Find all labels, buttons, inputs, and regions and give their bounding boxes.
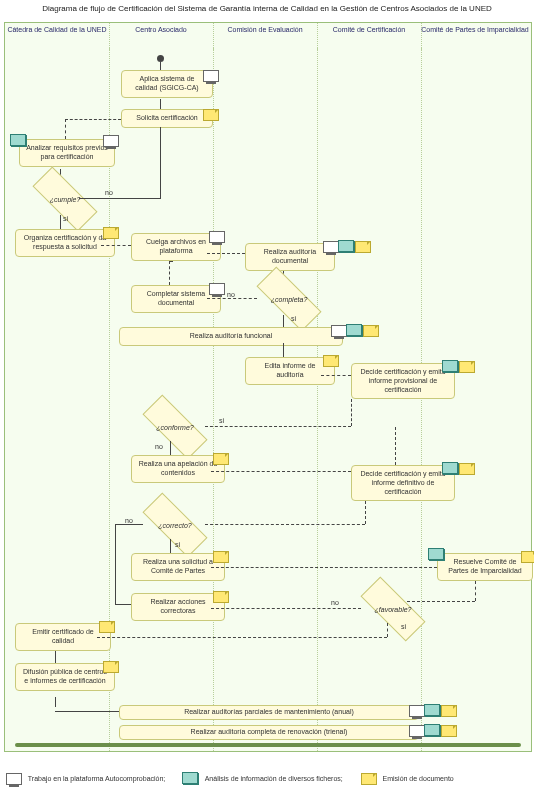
activity-edita: Edita informe de auditoría	[245, 357, 335, 385]
activity-solicita: Solicita certificación	[121, 109, 213, 128]
lane-header-catedra: Cátedra de Calidad de la UNED	[5, 23, 110, 50]
label-no: no	[125, 517, 133, 524]
legend: Trabajo en la plataforma Autocomprobació…	[6, 773, 528, 785]
document-icon	[323, 355, 339, 367]
diagram-title: Diagrama de flujo de Certificación del S…	[0, 4, 534, 13]
activity-aud-trienal: Realizar auditoría completa de renovació…	[119, 725, 419, 740]
document-icon	[441, 725, 457, 737]
computer-icon	[409, 705, 425, 717]
document-icon	[213, 551, 229, 563]
legend-doc: Emisión de documento	[383, 775, 454, 782]
decision-completa: ¿completa?	[256, 266, 321, 331]
activity-organiza: Organiza certificación y da respuesta a …	[15, 229, 115, 257]
stack-icon	[339, 241, 355, 253]
activity-aud-anual: Realizar auditorías parciales de manteni…	[119, 705, 419, 720]
stack-icon	[347, 325, 363, 337]
lane-header-comision: Comisión de Evaluación	[213, 23, 318, 50]
activity-decide-def: Decide certificación y emite informe def…	[351, 465, 455, 501]
computer-icon	[6, 773, 22, 785]
label-no: no	[331, 599, 339, 606]
activity-difusion: Difusión pública de centros e informes d…	[15, 663, 115, 691]
activity-apelacion: Realiza una apelación de contenidos	[131, 455, 225, 483]
document-icon	[103, 661, 119, 673]
computer-icon	[409, 725, 425, 737]
activity-cuelga: Cuelga archivos en plataforma	[131, 233, 221, 261]
document-icon	[99, 621, 115, 633]
activity-acciones: Realizar acciones correctoras	[131, 593, 225, 621]
computer-icon	[203, 70, 219, 82]
computer-icon	[209, 231, 225, 243]
stack-icon	[425, 725, 441, 737]
label-no: no	[105, 189, 113, 196]
label-si: si	[175, 541, 180, 548]
label-si: si	[219, 417, 224, 424]
label-no: no	[227, 291, 235, 298]
label-no: no	[155, 443, 163, 450]
document-icon	[459, 463, 475, 475]
label-si: si	[291, 315, 296, 322]
legend-comp: Trabajo en la plataforma Autocomprobació…	[28, 775, 166, 782]
document-icon	[521, 551, 534, 563]
document-icon	[363, 325, 379, 337]
activity-aplica: Aplica sistema de calidad (SGICG-CA)	[121, 70, 213, 98]
lane-header-centro: Centro Asociado	[109, 23, 214, 50]
decision-favorable: ¿favorable?	[360, 576, 425, 641]
computer-icon	[323, 241, 339, 253]
stack-icon	[425, 705, 441, 717]
activity-realiza-doc: Realiza auditoría documental	[245, 243, 335, 271]
start-node	[157, 55, 164, 62]
document-icon	[355, 241, 371, 253]
computer-icon	[103, 135, 119, 147]
stack-icon	[183, 773, 199, 785]
activity-decide-prov: Decide certificación y emite informe pro…	[351, 363, 455, 399]
activity-realiza-func: Realiza auditoría funcional	[119, 327, 343, 346]
activity-resuelve: Resuelve Comité de Partes de Imparcialid…	[437, 553, 533, 581]
decision-conforme: ¿conforme?	[142, 394, 207, 459]
stack-icon	[443, 361, 459, 373]
document-icon	[213, 591, 229, 603]
diagram-canvas: { "title": "Diagrama de flujo de Certifi…	[0, 0, 534, 791]
document-icon	[203, 109, 219, 121]
lane-header-comite-cert: Comité de Certificación	[317, 23, 422, 50]
label-si: si	[63, 215, 68, 222]
label-si: si	[401, 623, 406, 630]
stack-icon	[11, 135, 27, 147]
document-icon	[213, 453, 229, 465]
stack-icon	[429, 549, 445, 561]
activity-analizar: Analizar requisitos previos para certifi…	[19, 139, 115, 167]
lane-header-comite-partes: Comité de Partes de Imparcialidad	[421, 23, 529, 50]
stack-icon	[443, 463, 459, 475]
document-icon	[441, 705, 457, 717]
swimlane-pool: Cátedra de Calidad de la UNED Centro Aso…	[4, 22, 532, 752]
document-icon	[103, 227, 119, 239]
document-icon	[361, 773, 377, 785]
document-icon	[459, 361, 475, 373]
computer-icon	[331, 325, 347, 337]
end-bar	[15, 743, 521, 747]
computer-icon	[209, 283, 225, 295]
legend-stack: Análisis de información de diversos fich…	[205, 775, 343, 782]
